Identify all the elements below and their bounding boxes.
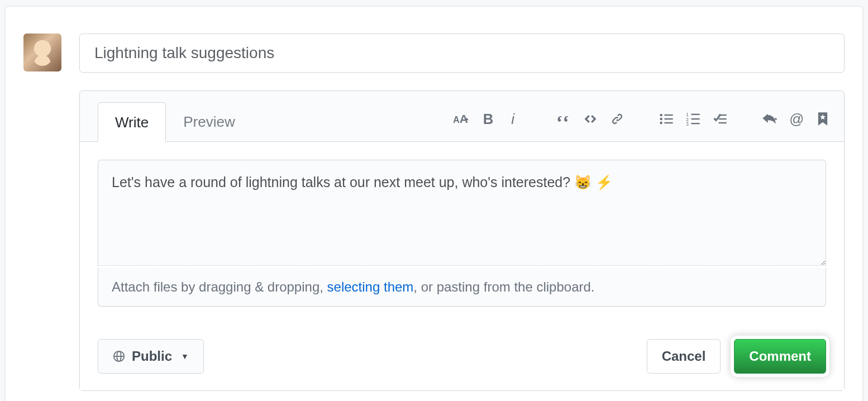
- svg-text:@: @: [789, 111, 804, 127]
- attach-hint-pre: Attach files by dragging & dropping,: [112, 279, 327, 294]
- composer-tabbar: Write Preview AA B i: [80, 91, 844, 142]
- svg-rect-16: [719, 114, 727, 116]
- tab-preview[interactable]: Preview: [166, 102, 252, 141]
- visibility-button[interactable]: Public ▼: [98, 339, 204, 374]
- tasklist-button[interactable]: [709, 108, 731, 130]
- attach-hint: Attach files by dragging & dropping, sel…: [98, 268, 826, 307]
- svg-rect-13: [691, 114, 700, 115]
- link-button[interactable]: [606, 108, 628, 130]
- title-input[interactable]: [79, 34, 845, 73]
- compose-frame: Write Preview AA B i: [4, 6, 864, 401]
- svg-rect-17: [719, 118, 727, 120]
- ol-button[interactable]: 123: [682, 108, 704, 130]
- format-toolbar: AA B i: [450, 108, 834, 141]
- heading-button[interactable]: AA: [450, 108, 472, 130]
- caret-down-icon: ▼: [181, 352, 189, 361]
- tab-write[interactable]: Write: [98, 102, 166, 142]
- attach-select-link[interactable]: selecting them: [327, 279, 414, 294]
- svg-text:i: i: [511, 111, 515, 127]
- bold-button[interactable]: B: [476, 108, 499, 130]
- svg-rect-18: [719, 122, 727, 123]
- composer-footer: Public ▼ Cancel Comment: [80, 324, 844, 390]
- italic-button[interactable]: i: [503, 108, 526, 130]
- title-row: [23, 34, 845, 73]
- svg-rect-5: [665, 114, 673, 116]
- composer-body: Attach files by dragging & dropping, sel…: [80, 142, 844, 324]
- reply-button[interactable]: [758, 108, 780, 130]
- svg-text:A: A: [453, 114, 460, 125]
- visibility-label: Public: [132, 349, 172, 364]
- avatar: [23, 34, 61, 71]
- code-button[interactable]: [579, 108, 602, 130]
- saved-replies-button[interactable]: [812, 108, 834, 130]
- cancel-button[interactable]: Cancel: [647, 339, 721, 374]
- svg-text:B: B: [483, 111, 494, 127]
- svg-text:3: 3: [686, 122, 689, 127]
- attach-hint-post: , or pasting from the clipboard.: [413, 279, 594, 294]
- comment-composer: Write Preview AA B i: [79, 90, 845, 391]
- svg-point-6: [660, 118, 662, 121]
- comment-button[interactable]: Comment: [734, 339, 826, 374]
- ul-button[interactable]: [655, 108, 678, 130]
- svg-rect-15: [691, 123, 700, 124]
- svg-rect-9: [665, 122, 673, 123]
- svg-rect-7: [665, 118, 673, 120]
- svg-point-8: [660, 122, 662, 125]
- svg-rect-14: [691, 118, 700, 120]
- mention-button[interactable]: @: [785, 108, 807, 130]
- quote-button[interactable]: [552, 108, 575, 130]
- svg-point-4: [660, 114, 662, 117]
- globe-icon: [113, 350, 125, 362]
- comment-textarea[interactable]: [98, 160, 826, 266]
